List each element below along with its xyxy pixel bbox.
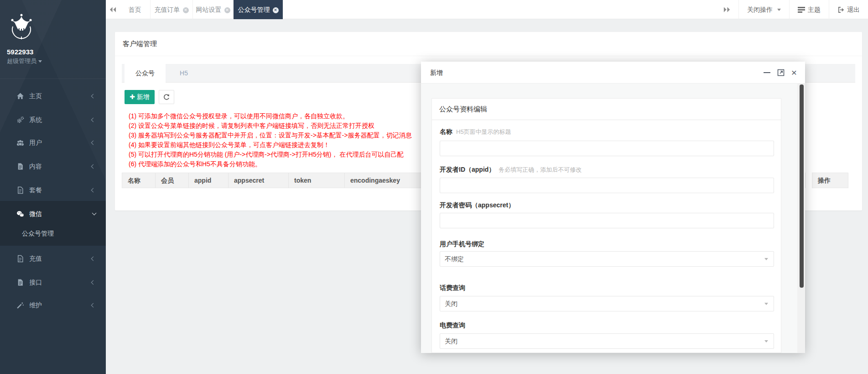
chevron-left-icon — [91, 257, 96, 261]
field-label-appsecret: 开发者密码（appsecret） — [440, 201, 515, 209]
tab-site-settings[interactable]: 网站设置✕ — [193, 0, 234, 19]
sidebar-item-recharge[interactable]: 充值 — [0, 249, 106, 268]
chevron-left-icon — [91, 118, 96, 122]
notice-list: (1) 可添加多个微信公众号授权登录，可以使用不同微信商户，各自独立收款。 (2… — [129, 111, 412, 169]
dialog-scrollbar[interactable] — [797, 84, 805, 353]
form-section-title: 公众号资料编辑 — [439, 99, 487, 120]
field-hint: H5页面中显示的标题 — [456, 128, 511, 135]
wechat-icon — [16, 210, 24, 218]
notice-line: (6) 代理端添加的公众号和H5不具备分销功能。 — [129, 159, 412, 169]
refresh-icon — [163, 94, 170, 101]
dialog-header: 新增 × — [421, 62, 805, 84]
phone-binding-select[interactable]: 不绑定 — [440, 251, 774, 267]
chevron-down-icon — [92, 211, 97, 216]
chevron-left-icon — [91, 280, 96, 285]
sidebar-item-content[interactable]: 内容 — [0, 157, 106, 176]
sidebar-item-home[interactable]: 主页 — [0, 86, 106, 105]
add-dialog: 新增 × 公众号资料编辑 名称H5页面中显示的标题 开发者ID（appid）务必… — [421, 62, 805, 353]
dialog-controls: × — [764, 62, 797, 84]
sidebar-item-system[interactable]: 系统 — [0, 110, 106, 129]
home-icon — [16, 92, 24, 100]
close-tab-icon[interactable]: ✕ — [273, 7, 279, 13]
dialog-body: 公众号资料编辑 名称H5页面中显示的标题 开发者ID（appid）务必填写正确，… — [421, 84, 805, 353]
theme-button[interactable]: 主题 — [789, 0, 829, 19]
tab-official-account[interactable]: 公众号 — [125, 64, 166, 83]
column-header-member: 会员 — [156, 173, 189, 188]
app-root: 5922933 超级管理员 主页 系统 用户 内容 套餐 微信 — [0, 0, 868, 374]
user-role-dropdown[interactable]: 超级管理员 — [7, 57, 42, 65]
logout-icon — [837, 6, 844, 13]
name-input[interactable] — [440, 141, 774, 156]
close-tab-icon[interactable]: ✕ — [224, 7, 230, 13]
phone-bill-query-select[interactable]: 关闭 — [440, 296, 774, 311]
document-icon — [16, 186, 24, 194]
page-title: 客户端管理 — [123, 32, 157, 56]
theme-icon — [798, 7, 805, 13]
field-label-electricity-query: 电费查询 — [440, 321, 465, 329]
electricity-query-select[interactable]: 关闭 — [440, 333, 774, 349]
plus-icon: ✚ — [130, 93, 135, 100]
column-header-name: 名称 — [122, 173, 156, 188]
logout-button[interactable]: 退出 — [829, 0, 868, 19]
gears-icon — [16, 116, 24, 124]
official-account-form: 公众号资料编辑 名称H5页面中显示的标题 开发者ID（appid）务必填写正确，… — [431, 98, 781, 353]
chevron-left-icon — [91, 94, 96, 99]
tab-recharge-orders[interactable]: 充值订单✕ — [151, 0, 193, 19]
crown-logo-icon — [7, 13, 36, 47]
add-button[interactable]: ✚ 新增 — [125, 90, 155, 104]
document-icon — [16, 163, 24, 170]
field-label-appid: 开发者ID（appid）务必填写正确，添加后不可修改 — [440, 165, 582, 174]
column-header-appsecret: appsecret — [229, 173, 289, 188]
scrollbar-thumb[interactable] — [800, 84, 804, 288]
divider — [0, 79, 106, 79]
close-tab-icon[interactable]: ✕ — [183, 7, 189, 13]
sidebar: 5922933 超级管理员 主页 系统 用户 内容 套餐 微信 — [0, 0, 106, 374]
divider — [115, 56, 862, 56]
notice-line: (5) 可以打开代理商的H5分销功能 (用户->代理商->代理商->打开H5分销… — [129, 150, 412, 159]
appid-input[interactable] — [440, 178, 774, 193]
tab-bar: 首页 充值订单✕ 网站设置✕ 公众号管理✕ — [120, 0, 283, 19]
sidebar-subitem-official-accounts[interactable]: 公众号管理 — [0, 224, 106, 242]
maximize-icon[interactable] — [777, 69, 785, 76]
topbar-actions: 关闭操作 主题 退出 — [715, 0, 868, 19]
user-id: 5922933 — [7, 48, 33, 56]
refresh-button[interactable] — [159, 90, 174, 104]
notice-line: (4) 如果要设置前端其他链接到公众号菜单，可点客户端链接进去复制！ — [129, 140, 412, 150]
field-hint: 务必填写正确，添加后不可修改 — [499, 166, 582, 173]
tab-home[interactable]: 首页 — [120, 0, 151, 19]
document-icon — [16, 255, 24, 263]
collapse-tabs-button[interactable] — [106, 0, 120, 19]
tab-official-accounts[interactable]: 公众号管理✕ — [234, 0, 283, 19]
chevron-left-icon — [91, 164, 96, 169]
wand-icon — [16, 301, 24, 309]
chevron-left-icon — [91, 141, 96, 145]
sidebar-item-wechat[interactable]: 微信 — [0, 204, 106, 223]
dialog-title: 新增 — [430, 62, 443, 84]
document-icon — [16, 279, 24, 286]
tab-h5[interactable]: H5 — [166, 64, 202, 83]
notice-line: (2) 设置公众号菜单链接的时候，请复制列表中客户端链接填写，否则无法正常打开授… — [129, 121, 412, 131]
caret-down-icon — [764, 340, 768, 342]
column-header-token: token — [289, 173, 345, 188]
double-chevron-left-icon — [109, 6, 116, 13]
double-chevron-right-icon — [723, 6, 730, 13]
close-icon[interactable]: × — [791, 68, 797, 77]
divider — [432, 120, 781, 120]
field-label-phone-bill-query: 话费查询 — [440, 284, 465, 292]
sidebar-item-users[interactable]: 用户 — [0, 133, 106, 152]
chevron-left-icon — [91, 303, 96, 308]
sidebar-item-package[interactable]: 套餐 — [0, 180, 106, 200]
caret-down-icon — [777, 9, 781, 11]
sidebar-group-wechat: 微信 公众号管理 — [0, 201, 106, 246]
notice-line: (1) 可添加多个微信公众号授权登录，可以使用不同微信商户，各自独立收款。 — [129, 111, 412, 121]
appsecret-input[interactable] — [440, 213, 774, 228]
users-icon — [16, 139, 24, 147]
caret-down-icon — [38, 60, 42, 63]
expand-tabs-button[interactable] — [715, 0, 738, 19]
sidebar-item-maintenance[interactable]: 维护 — [0, 295, 106, 315]
close-operations-dropdown[interactable]: 关闭操作 — [738, 0, 789, 19]
notice-line: (3) 服务器填写到公众号服务器配置中并开启，位置：设置与开发->基本配置->服… — [129, 131, 412, 140]
sidebar-item-api[interactable]: 接口 — [0, 273, 106, 292]
minimize-icon[interactable] — [764, 72, 770, 73]
column-header-actions: 操作 — [812, 173, 848, 188]
